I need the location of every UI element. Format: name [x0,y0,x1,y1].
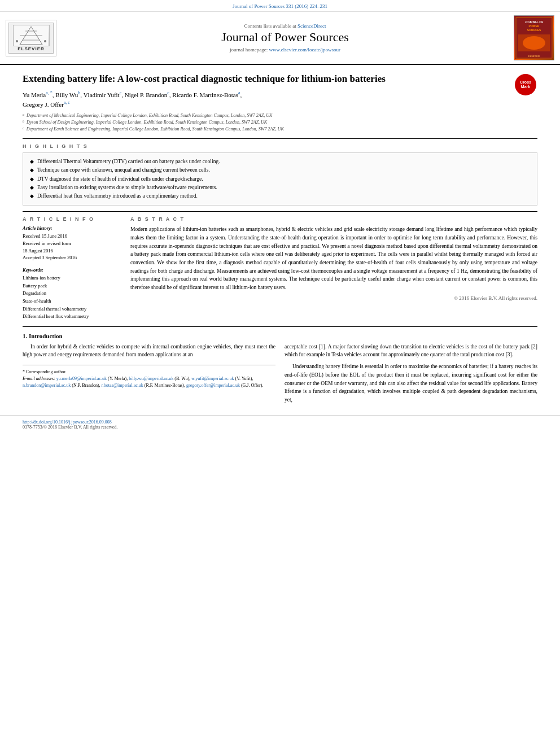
email-yu-merla[interactable]: yu.merla09@imperial.ac.uk [56,376,107,381]
email-g-offer[interactable]: gregory.offer@imperial.ac.uk [186,383,240,388]
svg-text:SOURCES: SOURCES [527,28,541,32]
highlight-4: ◆Easy installation to existing systems d… [30,184,530,192]
introduction-section: 1. Introduction In order for hybrid & el… [23,333,537,408]
journal-cover: JOURNAL OF POWER SOURCES ELSEVIER [514,15,554,60]
divider-1 [23,138,537,139]
top-citation-bar: Journal of Power Sources 331 (2016) 224–… [0,0,560,12]
author-ricardo-martinez: Ricardo F. Martinez-Botas [172,91,238,98]
article-content: CrossMark Extending battery life: A low-… [0,65,560,416]
elsevier-logo: ELSEVIER [6,20,56,56]
article-title: Extending battery life: A low-cost pract… [23,73,537,85]
intro-two-col: In order for hybrid & electric vehicles … [23,343,537,408]
page: Journal of Power Sources 331 (2016) 224–… [0,0,560,747]
accepted-date: Accepted 3 September 2016 [23,254,121,261]
sciencedirect-line: Contents lists available at ScienceDirec… [62,23,508,29]
copyright-notice: © 2016 Elsevier B.V. All rights reserved… [130,295,537,301]
author-yu-merla: Yu Merla [23,91,46,98]
intro-col-right: acceptable cost [1]. A major factor slow… [285,343,537,408]
highlights-section: H I G H L I G H T S ◆Differential Therma… [23,143,537,206]
keywords-section: Keywords: Lithium-ion battery Battery pa… [23,267,121,321]
affil-a: Department of Mechanical Engineering, Im… [27,112,272,119]
author-gregory-offer: Gregory J. Offer [23,101,64,108]
history-title: Article history: [23,225,121,231]
authors-line: Yu Merlaa, *, Billy Wub, Vladimir Yufitc… [23,90,537,109]
article-info-abstract: A R T I C L E I N F O Article history: R… [23,216,537,321]
journal-citation: Journal of Power Sources 331 (2016) 224–… [233,3,327,9]
keyword-1: Lithium-ion battery [23,274,121,282]
author-billy-wu: Billy Wu [55,91,78,98]
keyword-4: State-of-health [23,298,121,305]
article-info-col: A R T I C L E I N F O Article history: R… [23,216,121,321]
sciencedirect-link[interactable]: ScienceDirect [298,23,326,29]
highlights-title: H I G H L I G H T S [23,143,537,149]
svg-text:POWER: POWER [529,24,540,28]
keyword-5: Differential thermal voltammetry [23,305,121,313]
email-v-yufit[interactable]: w.yufit@imperial.ac.uk [191,376,234,381]
svg-point-6 [44,40,46,42]
intro-col-left: In order for hybrid & electric vehicles … [23,343,275,408]
abstract-text: Modern applications of lithium-ion batte… [130,225,537,292]
author-nigel-brandon: Nigel P. Brandon [125,91,167,98]
homepage-link[interactable]: www.elsevier.com/locate/jpowsour [269,47,340,53]
section-1-title: 1. Introduction [23,333,537,339]
journal-header: ELSEVIER Contents lists available at Sci… [0,12,560,65]
highlights-box: ◆Differential Thermal Voltammetry (DTV) … [23,152,537,206]
journal-name: Journal of Power Sources [62,30,508,45]
intro-para-1: In order for hybrid & electric vehicles … [23,343,275,359]
highlight-3: ◆DTV diagnosed the state of health of in… [30,175,530,184]
highlight-2: ◆Technique can cope with unknown, unequa… [30,166,530,174]
email-n-brandon[interactable]: n.brandon@imperial.ac.uk [23,383,71,388]
intro-para-2: acceptable cost [1]. A major factor slow… [285,343,537,404]
keyword-3: Degradation [23,290,121,298]
affil-b: Dyson School of Design Engineering, Impe… [27,119,267,126]
svg-point-13 [523,36,545,50]
email-addresses-note: E-mail addresses: yu.merla09@imperial.ac… [23,375,275,389]
article-history: Article history: Received 15 June 2016 R… [23,225,121,261]
affil-c: Department of Earth Science and Engineer… [27,126,284,133]
affiliations: aDepartment of Mechanical Engineering, I… [23,112,537,133]
crossmark-icon: CrossMark [515,74,536,95]
abstract-header: A B S T R A C T [130,216,537,222]
revised-date: 18 August 2016 [23,247,121,255]
crossmark-badge: CrossMark [515,74,537,97]
email-r-botas[interactable]: r.botas@imperial.ac.uk [102,383,143,388]
journal-cover-image: JOURNAL OF POWER SOURCES ELSEVIER [514,15,554,60]
author-vladimir-yufit: Vladimir Yufit [84,91,120,98]
doi-link[interactable]: http://dx.doi.org/10.1016/j.jpowsour.201… [23,420,112,425]
bottom-bar: http://dx.doi.org/10.1016/j.jpowsour.201… [0,416,560,433]
highlight-5: ◆Differential heat flux voltammetry intr… [30,192,530,200]
keywords-title: Keywords: [23,267,121,273]
abstract-col: A B S T R A C T Modern applications of l… [130,216,537,321]
corresponding-author-note: * Corresponding author. [23,369,275,375]
svg-point-5 [16,40,18,42]
footnote-area: * Corresponding author. E-mail addresses… [23,365,275,389]
svg-text:ELSEVIER: ELSEVIER [528,55,540,58]
keyword-2: Battery pack [23,282,121,290]
email-billy-wu[interactable]: billy.wu@imperial.ac.uk [129,376,173,381]
keyword-6: Differential heat flux voltammetry [23,313,121,321]
divider-2 [23,211,537,212]
svg-text:JOURNAL OF: JOURNAL OF [525,20,543,24]
received-revised-label: Received in revised form [23,240,121,247]
highlight-1: ◆Differential Thermal Voltammetry (DTV) … [30,158,530,166]
issn-line: 0378-7753/© 2016 Elsevier B.V. All right… [23,425,117,430]
received-date: Received 15 June 2016 [23,233,121,240]
divider-3 [23,326,537,327]
article-info-header: A R T I C L E I N F O [23,216,121,222]
homepage-line: journal homepage: www.elsevier.com/locat… [62,47,508,53]
journal-title-area: Contents lists available at ScienceDirec… [62,23,508,53]
